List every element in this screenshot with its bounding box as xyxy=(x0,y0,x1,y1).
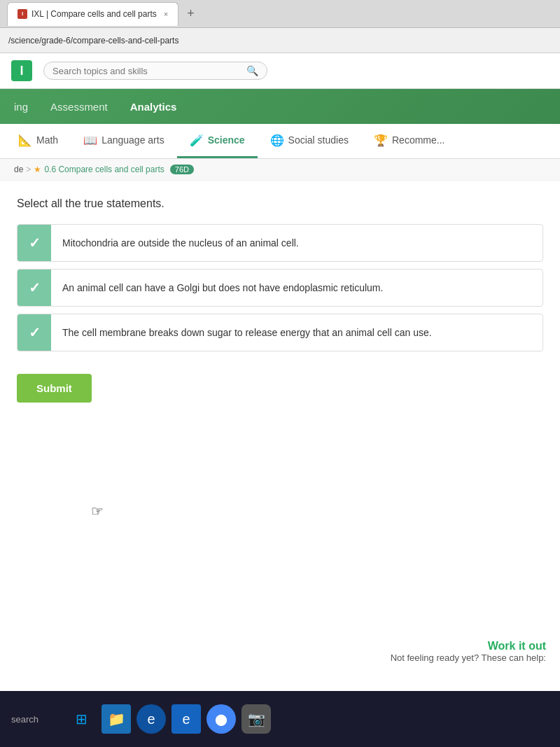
tab-title: IXL | Compare cells and cell parts xyxy=(31,9,157,19)
search-input-wrap[interactable]: 🔍 xyxy=(43,62,267,80)
recommended-icon: 🏆 xyxy=(374,134,388,147)
search-input[interactable] xyxy=(52,66,246,76)
breadcrumb-badge: 76D xyxy=(170,165,194,174)
tab-math-label: Math xyxy=(36,134,58,146)
option-text-3: The cell membrane breaks down sugar to r… xyxy=(51,317,443,349)
taskbar-edge-button[interactable]: e xyxy=(172,704,201,734)
subject-tabs: 📐 Math 📖 Language arts 🧪 Science 🌐 Socia… xyxy=(0,124,560,159)
breadcrumb: de > ★ 0.6 Compare cells and cell parts … xyxy=(0,159,560,181)
breadcrumb-star-icon: ★ xyxy=(34,165,41,174)
taskbar-camera-button[interactable]: 📷 xyxy=(241,704,271,734)
checkbox-3[interactable]: ✓ xyxy=(18,314,51,351)
social-studies-icon: 🌐 xyxy=(270,134,284,147)
nav-item-assessment[interactable]: Assessment xyxy=(48,97,111,117)
tab-close-button[interactable]: × xyxy=(164,10,168,18)
submit-button[interactable]: Submit xyxy=(17,374,92,403)
tab-recommended-label: Recomme... xyxy=(392,134,444,146)
check-icon-2: ✓ xyxy=(29,279,41,296)
work-it-out-link[interactable]: Work it out xyxy=(391,640,546,652)
active-tab[interactable]: I IXL | Compare cells and cell parts × xyxy=(7,2,178,26)
tab-recommended[interactable]: 🏆 Recomme... xyxy=(361,124,457,158)
answer-options: ✓ Mitochondria are outside the nucleus o… xyxy=(17,224,543,351)
tab-science-label: Science xyxy=(208,134,245,146)
check-icon-1: ✓ xyxy=(29,235,41,251)
breadcrumb-skill-label: 0.6 Compare cells and cell parts xyxy=(44,165,164,174)
ixl-page: I 🔍 ing Assessment Analytics 📐 Math 📖 La… xyxy=(0,53,560,691)
tab-favicon: I xyxy=(18,9,27,19)
option-text-1: Mitochondria are outside the nucleus of … xyxy=(51,228,310,259)
tab-language-arts[interactable]: 📖 Language arts xyxy=(71,124,177,158)
help-area: Work it out Not feeling ready yet? These… xyxy=(391,640,546,663)
answer-option-3[interactable]: ✓ The cell membrane breaks down sugar to… xyxy=(17,314,543,351)
browser-tab-bar: I IXL | Compare cells and cell parts × + xyxy=(0,0,560,28)
taskbar-file-explorer[interactable]: 📁 xyxy=(102,704,131,734)
tab-social-studies-label: Social studies xyxy=(288,134,349,146)
breadcrumb-separator: > xyxy=(26,165,31,174)
math-icon: 📐 xyxy=(18,134,32,147)
taskbar-ie-button[interactable]: e xyxy=(136,704,166,734)
checkbox-1[interactable]: ✓ xyxy=(18,225,51,261)
science-icon: 🧪 xyxy=(190,134,204,147)
taskbar-chrome-button[interactable]: ⬤ xyxy=(206,704,236,734)
tab-math[interactable]: 📐 Math xyxy=(6,124,71,158)
taskbar-windows-button[interactable]: ⊞ xyxy=(66,704,96,734)
search-bar: I 🔍 xyxy=(0,53,560,89)
search-icon: 🔍 xyxy=(246,65,258,76)
answer-option-2[interactable]: ✓ An animal cell can have a Golgi but do… xyxy=(17,269,543,307)
address-bar: /science/grade-6/compare-cells-and-cell-… xyxy=(0,28,560,53)
taskbar-search-label[interactable]: search xyxy=(11,714,38,725)
check-icon-3: ✓ xyxy=(29,324,41,341)
language-arts-icon: 📖 xyxy=(83,134,97,147)
new-tab-button[interactable]: + xyxy=(181,6,200,21)
tab-list: I IXL | Compare cells and cell parts × + xyxy=(7,2,200,26)
not-feeling-text: Not feeling ready yet? These can help: xyxy=(391,652,546,663)
nav-item-analytics[interactable]: Analytics xyxy=(127,97,180,117)
tab-social-studies[interactable]: 🌐 Social studies xyxy=(258,124,361,158)
breadcrumb-prefix: de xyxy=(14,165,23,174)
taskbar-app-list: ⊞ 📁 e e ⬤ 📷 xyxy=(66,704,271,734)
question-prompt: Select all the true statements. xyxy=(17,197,543,210)
tab-language-arts-label: Language arts xyxy=(102,134,164,146)
option-text-2: An animal cell can have a Golgi but does… xyxy=(51,272,394,304)
url-text: /science/grade-6/compare-cells-and-cell-… xyxy=(8,36,178,46)
nav-bar: ing Assessment Analytics xyxy=(0,89,560,124)
nav-item-learning[interactable]: ing xyxy=(11,97,31,117)
taskbar: search ⊞ 📁 e e ⬤ 📷 xyxy=(0,691,560,747)
tab-science[interactable]: 🧪 Science xyxy=(177,124,258,158)
main-content: Select all the true statements. ✓ Mitoch… xyxy=(0,181,560,414)
checkbox-2[interactable]: ✓ xyxy=(18,270,51,306)
answer-option-1[interactable]: ✓ Mitochondria are outside the nucleus o… xyxy=(17,224,543,262)
ixl-logo: I xyxy=(11,60,32,81)
